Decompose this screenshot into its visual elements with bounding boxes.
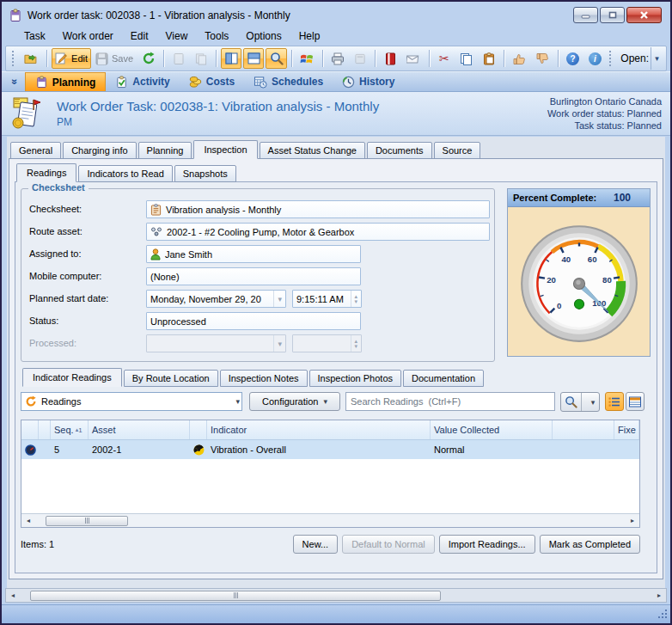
window-scroll-left-arrow[interactable]: ◂ [6, 591, 20, 599]
send-button[interactable] [402, 48, 425, 69]
tab-asset-status-change[interactable]: Asset Status Change [260, 142, 365, 159]
tab-readings[interactable]: Readings [16, 163, 76, 182]
reject-button[interactable] [532, 48, 553, 69]
table-horizontal-scrollbar[interactable]: ◂ ▸ [21, 513, 639, 527]
col-fixed[interactable]: Fixe [614, 420, 639, 439]
window-scroll-thumb[interactable] [30, 591, 441, 601]
menu-tools[interactable]: Tools [196, 28, 237, 45]
paste-special-button[interactable] [168, 48, 189, 69]
refresh-button[interactable] [137, 48, 159, 69]
edit-button[interactable]: Edit [52, 48, 91, 69]
col-indicator[interactable]: Indicator [207, 420, 431, 439]
resize-grip[interactable] [657, 609, 669, 622]
tab-inspection-notes[interactable]: Inspection Notes [220, 370, 308, 387]
maximize-button[interactable] [600, 7, 625, 23]
col-indicator-icon[interactable] [190, 420, 207, 439]
page-tab-strip: General Charging info Planning Inspectio… [9, 142, 663, 159]
printer-icon [331, 52, 345, 65]
configuration-button[interactable]: Configuration ▾ [249, 392, 340, 411]
tab-charging-info[interactable]: Charging info [63, 142, 136, 159]
checksheet-field[interactable]: Vibration analysis - Monthly [146, 200, 490, 218]
close-button[interactable] [626, 7, 662, 23]
windows-button[interactable] [296, 48, 318, 69]
time-spinner[interactable]: ▴▾ [351, 291, 357, 307]
split-horizontal-button[interactable] [243, 48, 264, 69]
processed-dropdown-arrow-icon: ▾ [273, 335, 282, 352]
info-button[interactable]: i [584, 48, 605, 69]
route-asset-field[interactable]: 2002-1 - #2 Cooling Pump, Motor & Gearbo… [146, 223, 490, 241]
mark-as-completed-button[interactable]: Mark as Completed [540, 535, 640, 554]
percent-complete-header: Percent Complete: 100 [508, 189, 650, 207]
window-horizontal-scrollbar[interactable]: ◂ ▸ [5, 588, 667, 603]
open-folder-button[interactable] [20, 48, 42, 69]
menu-task[interactable]: Task [15, 28, 54, 45]
planned-start-date-field[interactable]: Monday, November 29, 20 ▾ [146, 290, 286, 308]
module-tab-costs[interactable]: Costs [180, 72, 244, 91]
scroll-left-arrow[interactable]: ◂ [21, 517, 35, 524]
tab-snapshots[interactable]: Snapshots [174, 165, 236, 182]
tab-source[interactable]: Source [434, 142, 481, 159]
save-button[interactable]: Save [93, 48, 137, 69]
list-view-button[interactable] [605, 392, 624, 411]
collapse-chevron-icon[interactable]: » [5, 72, 25, 91]
col-selector[interactable] [21, 420, 39, 439]
date-dropdown-arrow-icon[interactable]: ▾ [273, 291, 282, 307]
menu-work-order[interactable]: Work order [54, 28, 122, 45]
print-button[interactable] [327, 48, 349, 69]
approve-button[interactable] [509, 48, 530, 69]
module-tab-history[interactable]: History [333, 72, 404, 91]
menu-edit[interactable]: Edit [122, 28, 157, 45]
clipboard-paste-icon [483, 52, 495, 65]
assigned-to-value: Jane Smith [165, 249, 212, 260]
duplicate-button[interactable] [191, 48, 211, 69]
new-button[interactable]: New... [293, 535, 339, 554]
copy-button[interactable] [456, 48, 477, 69]
zoom-button[interactable] [266, 48, 287, 69]
col-blank[interactable] [39, 420, 51, 439]
assigned-to-field[interactable]: Jane Smith [146, 245, 361, 263]
log-book-button[interactable] [380, 48, 400, 69]
cut-button[interactable]: ✂ [434, 48, 455, 69]
tab-inspection-photos[interactable]: Inspection Photos [309, 370, 401, 387]
import-readings-button[interactable]: Import Readings... [439, 535, 535, 554]
tab-documents[interactable]: Documents [367, 142, 432, 159]
tab-by-route-location[interactable]: By Route Location [124, 370, 218, 387]
mobile-computer-field[interactable]: (None) [146, 267, 361, 285]
table-row[interactable]: 5 2002-1 Vibration - Overall Normal [21, 440, 639, 459]
table-scroll-thumb[interactable] [46, 516, 128, 526]
planned-start-time-field[interactable]: 9:15:11 AM ▴▾ [292, 290, 362, 308]
menu-view[interactable]: View [157, 28, 197, 45]
col-asset[interactable]: Asset [89, 420, 190, 439]
search-input[interactable] [346, 393, 554, 410]
col-seq[interactable]: Seq. ▴ 1 [51, 420, 89, 439]
menu-options[interactable]: Options [237, 28, 290, 45]
search-options-arrow-icon[interactable]: ▾ [587, 393, 599, 411]
tab-documentation[interactable]: Documentation [403, 370, 484, 387]
split-vertical-button[interactable] [221, 48, 241, 69]
tab-inspection[interactable]: Inspection [193, 140, 257, 159]
overflow-arrow: ▾ [655, 55, 659, 62]
paste-button[interactable] [479, 48, 499, 69]
module-tab-schedules[interactable]: Schedules [244, 72, 333, 91]
tab-planning[interactable]: Planning [138, 142, 192, 159]
window-scroll-right-arrow[interactable]: ▸ [652, 591, 666, 599]
tab-indicator-readings[interactable]: Indicator Readings [22, 368, 122, 387]
col-value-collected[interactable]: Value Collected [431, 420, 553, 439]
help-button[interactable]: ? [562, 48, 583, 69]
module-tab-planning[interactable]: Planning [25, 72, 107, 91]
toolbar-overflow-button[interactable]: ▾ [651, 47, 663, 70]
tab-indicators-to-read[interactable]: Indicators to Read [78, 165, 172, 182]
search-button[interactable]: ▾ [560, 392, 600, 412]
status-field[interactable]: Unprocessed [146, 312, 361, 330]
detail-view-button[interactable] [626, 392, 645, 411]
minimize-button[interactable] [573, 7, 598, 23]
scroll-right-arrow[interactable]: ▸ [626, 517, 639, 524]
menu-help[interactable]: Help [290, 28, 329, 45]
view-selector-dropdown[interactable]: Readings ▾ [21, 392, 242, 411]
col-blank-2[interactable] [553, 420, 614, 439]
tab-general[interactable]: General [10, 142, 61, 159]
print-preview-button[interactable] [350, 48, 370, 69]
module-tab-activity[interactable]: Activity [106, 72, 179, 91]
record-title: Work Order Task: 002038-1: Vibration ana… [57, 99, 379, 113]
cell-value-collected: Normal [431, 440, 553, 459]
